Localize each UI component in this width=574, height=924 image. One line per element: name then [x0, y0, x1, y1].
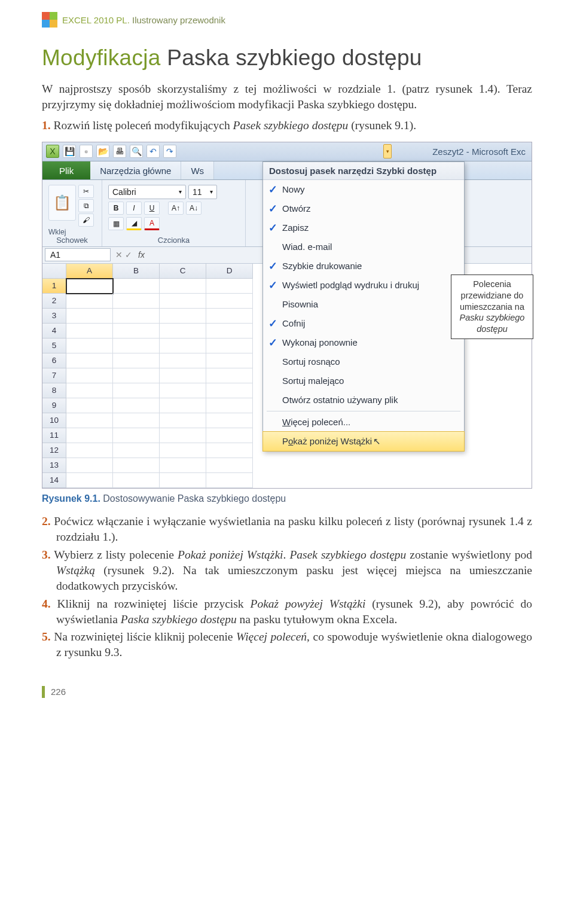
tab-home[interactable]: Narzędzia główne [90, 161, 181, 179]
cell[interactable] [160, 279, 206, 294]
column-header[interactable]: B [113, 264, 160, 279]
row-header[interactable]: 8 [42, 383, 66, 398]
cell[interactable] [113, 309, 160, 324]
column-header[interactable]: D [206, 264, 253, 279]
redo-icon[interactable]: ↷ [163, 145, 176, 158]
cell[interactable] [206, 294, 253, 309]
cell[interactable] [66, 309, 113, 324]
cell[interactable] [206, 398, 253, 413]
borders-button[interactable]: ▦ [108, 217, 124, 230]
menu-item[interactable]: Pisownia [263, 295, 464, 314]
open-icon[interactable]: 📂 [96, 145, 109, 158]
cell[interactable] [66, 458, 113, 473]
cell[interactable] [66, 353, 113, 368]
cell[interactable] [66, 324, 113, 339]
cell[interactable] [66, 339, 113, 353]
grow-font-button[interactable]: A↑ [168, 202, 184, 215]
cell[interactable] [66, 294, 113, 309]
cell[interactable] [160, 339, 206, 353]
cell[interactable] [160, 368, 206, 383]
row-header[interactable]: 14 [42, 473, 66, 488]
cell[interactable] [66, 279, 113, 294]
tab-file[interactable]: Plik [42, 161, 90, 179]
row-header[interactable]: 6 [42, 353, 66, 368]
cell[interactable] [206, 443, 253, 458]
save-icon[interactable]: 💾 [63, 145, 76, 158]
row-header[interactable]: 9 [42, 398, 66, 413]
row-header[interactable]: 4 [42, 324, 66, 339]
cancel-icon[interactable]: ✕ [115, 250, 123, 260]
underline-button[interactable]: U [144, 202, 160, 215]
cell[interactable] [66, 413, 113, 428]
cell[interactable] [160, 398, 206, 413]
cell[interactable] [206, 279, 253, 294]
column-header[interactable]: C [160, 264, 206, 279]
cell[interactable] [160, 324, 206, 339]
font-name-combo[interactable]: Calibri▾ [108, 185, 186, 199]
cell[interactable] [113, 473, 160, 488]
menu-item[interactable]: ✓Otwórz [263, 199, 464, 218]
enter-icon[interactable]: ✓ [125, 250, 132, 260]
cell[interactable] [206, 428, 253, 443]
copy-icon[interactable]: ⧉ [78, 199, 94, 212]
cell[interactable] [113, 413, 160, 428]
menu-item[interactable]: ✓Cofnij [263, 314, 464, 333]
cell[interactable] [113, 458, 160, 473]
cell[interactable] [66, 368, 113, 383]
undo-icon[interactable]: ↶ [146, 145, 160, 158]
print-icon[interactable]: 🖶 [113, 145, 126, 158]
row-header[interactable]: 7 [42, 368, 66, 383]
qat-dropdown-button[interactable]: ▾ [383, 144, 392, 158]
cell[interactable] [113, 398, 160, 413]
row-header[interactable]: 2 [42, 294, 66, 309]
menu-item[interactable]: Wiad. e-mail [263, 237, 464, 257]
row-header[interactable]: 12 [42, 443, 66, 458]
row-header[interactable]: 1 [42, 279, 66, 294]
menu-item[interactable]: ✓Wykonaj ponownie [263, 333, 464, 352]
menu-item[interactable]: ✓Wyświetl podgląd wydruku i drukuj [263, 276, 464, 295]
cell[interactable] [206, 458, 253, 473]
menu-item[interactable]: Sortuj malejąco [263, 371, 464, 391]
row-header[interactable]: 10 [42, 413, 66, 428]
cell[interactable] [113, 353, 160, 368]
cell[interactable] [113, 339, 160, 353]
menu-show-below-ribbon[interactable]: Pokaż poniżej Wstążki↖ [262, 431, 465, 452]
cell[interactable] [160, 309, 206, 324]
cell[interactable] [160, 458, 206, 473]
menu-item[interactable]: ✓Szybkie drukowanie [263, 257, 464, 276]
cell[interactable] [160, 353, 206, 368]
cell[interactable] [66, 383, 113, 398]
cell[interactable] [206, 383, 253, 398]
row-header[interactable]: 13 [42, 458, 66, 473]
cell[interactable] [113, 428, 160, 443]
row-header[interactable]: 5 [42, 339, 66, 353]
cell[interactable] [206, 353, 253, 368]
row-header[interactable]: 11 [42, 428, 66, 443]
cell[interactable] [113, 324, 160, 339]
column-header[interactable]: A [66, 264, 113, 279]
cell[interactable] [206, 413, 253, 428]
cell[interactable] [66, 473, 113, 488]
cell[interactable] [160, 294, 206, 309]
menu-item[interactable]: Sortuj rosnąco [263, 352, 464, 371]
format-painter-icon[interactable]: 🖌 [78, 214, 94, 227]
menu-item[interactable]: ✓Nowy [263, 180, 464, 199]
font-color-button[interactable]: A [144, 217, 160, 230]
cell[interactable] [160, 443, 206, 458]
cell[interactable] [113, 279, 160, 294]
cell[interactable] [206, 473, 253, 488]
row-header[interactable]: 3 [42, 309, 66, 324]
paste-button[interactable]: 📋 [48, 185, 76, 221]
font-size-combo[interactable]: 11▾ [188, 185, 217, 199]
fill-color-button[interactable]: ◢ [126, 217, 142, 230]
cell[interactable] [66, 428, 113, 443]
cell[interactable] [160, 473, 206, 488]
menu-item[interactable]: ✓Zapisz [263, 218, 464, 237]
cell[interactable] [113, 368, 160, 383]
cell[interactable] [206, 339, 253, 353]
fx-icon[interactable]: fx [135, 250, 148, 260]
tab-ws[interactable]: Ws [181, 161, 214, 179]
cell[interactable] [160, 413, 206, 428]
print-preview-icon[interactable]: 🔍 [130, 145, 143, 158]
cut-icon[interactable]: ✂ [78, 185, 94, 198]
